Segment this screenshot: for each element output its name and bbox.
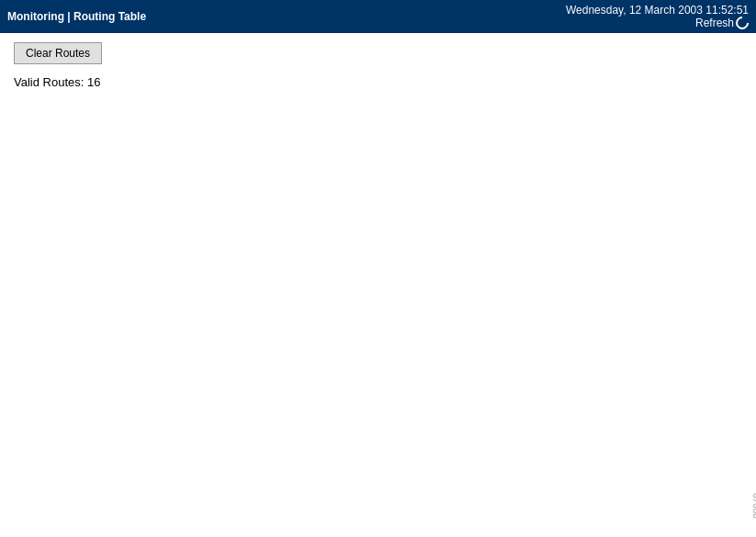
header: Monitoring | Routing Table Wednesday, 12… (0, 0, 756, 33)
refresh-label: Refresh (695, 17, 734, 29)
header-datetime: Wednesday, 12 March 2003 11:52:51 (566, 4, 749, 17)
content: Clear Routes Valid Routes: 16 (0, 33, 756, 106)
refresh-button[interactable]: Refresh (695, 17, 749, 29)
header-right: Wednesday, 12 March 2003 11:52:51 Refres… (566, 4, 749, 29)
clear-routes-button[interactable]: Clear Routes (14, 42, 102, 64)
valid-routes-text: Valid Routes: (14, 75, 84, 89)
watermark: 67660 (751, 493, 756, 519)
valid-routes-count: 16 (87, 75, 100, 89)
header-title: Monitoring | Routing Table (7, 10, 146, 23)
refresh-icon (733, 14, 751, 32)
valid-routes-label: Valid Routes: 16 (14, 75, 742, 89)
